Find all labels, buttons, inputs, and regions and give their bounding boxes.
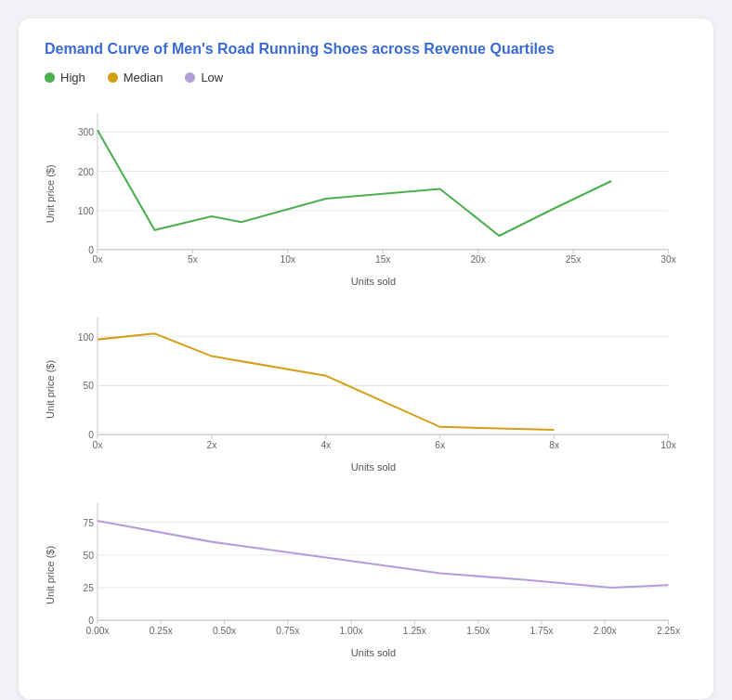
chart-section-median: Unit price ($)0501000x2x4x6x8x10xUnits s… [45, 305, 687, 473]
legend-item-low: Low [185, 71, 223, 84]
data-line-high [98, 130, 611, 236]
svg-text:100: 100 [78, 332, 94, 343]
chart-section-low: Unit price ($)02550750.00x0.25x0.50x0.75… [45, 491, 687, 658]
chart-svg-low: 02550750.00x0.25x0.50x0.75x1.00x1.25x1.5… [59, 491, 687, 643]
legend-label-median: Median [124, 71, 163, 84]
svg-text:0.75x: 0.75x [276, 626, 299, 636]
legend-label-low: Low [201, 71, 223, 84]
svg-text:2.25x: 2.25x [657, 626, 680, 636]
legend-dot-median [108, 72, 118, 83]
svg-text:4x: 4x [320, 440, 331, 450]
svg-text:15x: 15x [375, 254, 391, 265]
svg-text:20x: 20x [470, 254, 486, 265]
svg-text:2x: 2x [206, 440, 216, 450]
svg-text:1.75x: 1.75x [529, 626, 553, 636]
svg-text:25: 25 [83, 583, 94, 593]
y-axis-label-low: Unit price ($) [45, 491, 56, 658]
legend-label-high: High [60, 71, 85, 84]
svg-text:0x: 0x [93, 440, 103, 450]
svg-text:0x: 0x [93, 254, 103, 265]
x-axis-label-high: Units sold [59, 276, 687, 287]
svg-text:50: 50 [83, 551, 94, 561]
chart-inner-high: 01002003000x5x10x15x20x25x30xUnits sold [59, 101, 687, 287]
legend-dot-high [45, 72, 55, 83]
svg-text:10x: 10x [281, 254, 296, 265]
svg-text:2.00x: 2.00x [594, 626, 617, 636]
chart-svg-median: 0501000x2x4x6x8x10x [59, 305, 687, 458]
svg-text:10x: 10x [660, 440, 676, 450]
svg-text:5x: 5x [188, 254, 198, 265]
chart-container-low: Unit price ($)02550750.00x0.25x0.50x0.75… [45, 491, 687, 658]
svg-text:50: 50 [83, 382, 94, 392]
chart-title: Demand Curve of Men's Road Running Shoes… [45, 41, 687, 58]
svg-text:6x: 6x [435, 440, 445, 450]
y-axis-label-high: Unit price ($) [45, 101, 56, 287]
svg-text:30x: 30x [660, 254, 676, 265]
svg-text:0.25x: 0.25x [150, 626, 173, 636]
svg-text:100: 100 [78, 206, 94, 216]
main-card: Demand Curve of Men's Road Running Shoes… [19, 19, 713, 699]
chart-section-high: Unit price ($)01002003000x5x10x15x20x25x… [45, 101, 687, 287]
svg-text:75: 75 [83, 518, 94, 528]
svg-text:1.50x: 1.50x [466, 626, 490, 636]
svg-text:25x: 25x [566, 254, 582, 265]
svg-text:0.00x: 0.00x [85, 626, 109, 636]
data-line-median [98, 334, 555, 431]
svg-text:1.25x: 1.25x [403, 626, 426, 636]
chart-svg-high: 01002003000x5x10x15x20x25x30x [59, 101, 687, 272]
chart-inner-median: 0501000x2x4x6x8x10xUnits sold [59, 305, 687, 473]
chart-container-high: Unit price ($)01002003000x5x10x15x20x25x… [45, 101, 687, 287]
svg-text:1.00x: 1.00x [340, 626, 363, 636]
legend: HighMedianLow [45, 71, 687, 84]
legend-item-high: High [45, 71, 85, 84]
svg-text:0.50x: 0.50x [213, 626, 236, 636]
legend-item-median: Median [108, 71, 163, 84]
svg-text:200: 200 [78, 167, 94, 177]
chart-container-median: Unit price ($)0501000x2x4x6x8x10xUnits s… [45, 305, 687, 473]
x-axis-label-low: Units sold [59, 647, 687, 658]
chart-inner-low: 02550750.00x0.25x0.50x0.75x1.00x1.25x1.5… [59, 491, 687, 658]
svg-text:8x: 8x [549, 440, 559, 450]
y-axis-label-median: Unit price ($) [45, 305, 56, 473]
x-axis-label-median: Units sold [59, 461, 687, 473]
data-line-low [98, 521, 669, 588]
legend-dot-low [185, 72, 195, 83]
svg-text:300: 300 [78, 127, 94, 137]
